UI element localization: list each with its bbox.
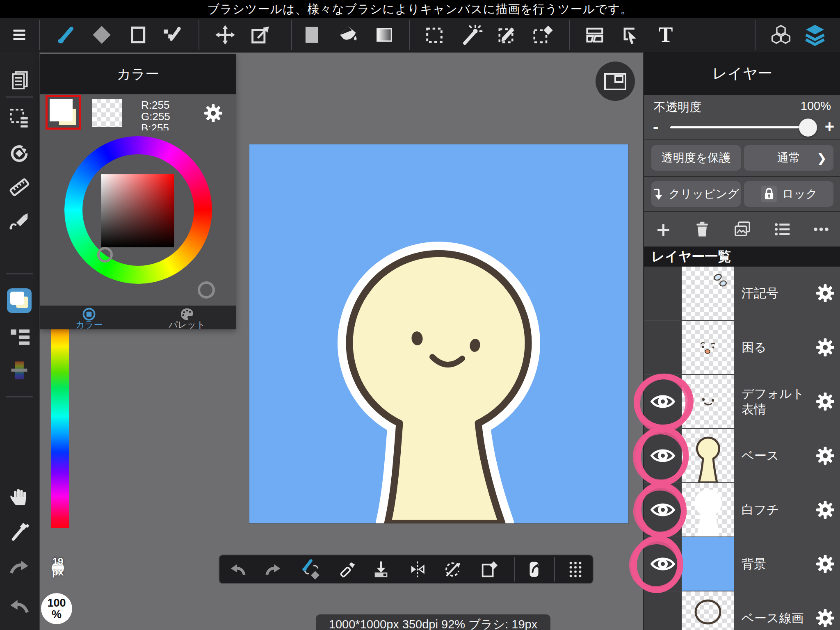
trash-icon (693, 220, 711, 238)
layer-settings-gear-icon[interactable] (815, 392, 835, 411)
layer-row-troubled[interactable]: 困る (644, 321, 840, 376)
panel-layout-icon[interactable] (582, 22, 608, 48)
zoom-level-badge[interactable]: 100 % (41, 593, 72, 624)
brush-size-indicator[interactable]: 19 px (44, 556, 71, 582)
pen-eyedropper-button[interactable] (336, 558, 358, 581)
blend-mode-button[interactable]: 通常 ❯ (744, 145, 833, 171)
grid-dots-button[interactable] (564, 558, 587, 581)
hue-selector[interactable] (198, 281, 215, 299)
duplicate-layer-button[interactable] (729, 216, 756, 242)
color-chooser-button[interactable] (6, 288, 32, 314)
vector-pen-icon[interactable] (159, 22, 185, 48)
add-layer-button[interactable]: ＋ (650, 216, 676, 242)
brush-tool-icon[interactable] (53, 22, 79, 48)
layer-list-view-button[interactable] (769, 216, 795, 242)
toolbar-divider (39, 20, 40, 50)
layer-settings-gear-icon[interactable] (815, 554, 835, 574)
visibility-cell[interactable] (644, 321, 682, 374)
select-pen-icon[interactable] (495, 22, 521, 48)
visibility-cell[interactable] (644, 537, 682, 591)
ruler-icon[interactable] (6, 174, 32, 200)
lock-button[interactable]: ロック (744, 181, 833, 207)
visibility-cell[interactable] (644, 591, 682, 630)
eraser-tool-icon[interactable] (89, 22, 115, 48)
layer-row-background[interactable]: 背景 (644, 537, 840, 592)
hand-tool-icon[interactable] (6, 484, 32, 510)
layer-settings-gear-icon[interactable] (815, 446, 835, 466)
select-rect-icon[interactable] (421, 22, 447, 48)
foreground-background-swatch[interactable] (46, 95, 81, 130)
visibility-cell[interactable] (644, 483, 682, 536)
layer-row-base-lineart[interactable]: ベース線画 (644, 591, 840, 630)
layer-settings-gear-icon[interactable] (815, 500, 835, 520)
list-icon (773, 220, 792, 239)
undo-icon[interactable] (6, 594, 32, 620)
layer-row-sweat[interactable]: 汗記号 (644, 267, 840, 322)
layers-panel-icon[interactable] (802, 22, 828, 48)
magic-wand-icon[interactable] (459, 22, 485, 48)
layer-row-default-face[interactable]: デフォルト表情 (644, 375, 840, 430)
layer-settings-gear-icon[interactable] (815, 338, 835, 357)
opacity-slider-track[interactable] (670, 126, 815, 128)
undo-button[interactable] (226, 558, 249, 581)
drawing-canvas[interactable] (249, 144, 628, 523)
layer-list-icon[interactable] (6, 323, 32, 349)
layer-settings-gear-icon[interactable] (815, 608, 835, 628)
visibility-cell[interactable] (644, 429, 682, 482)
color-panel-title: カラー (40, 54, 236, 94)
gradient-slider-icon[interactable] (6, 357, 32, 383)
shape-tool-icon[interactable] (125, 22, 151, 48)
layer-thumbnail (682, 375, 734, 428)
saturation-value-square[interactable] (101, 174, 174, 247)
move-tool-icon[interactable] (212, 22, 238, 48)
toolbar-divider (554, 557, 555, 582)
select-cursor-icon[interactable] (617, 22, 643, 48)
chevron-right-icon: ❯ (817, 151, 827, 165)
protect-alpha-button[interactable]: 透明度を保護 (651, 145, 741, 171)
opacity-increase-button[interactable]: + (825, 118, 834, 135)
export-share-button[interactable] (523, 558, 546, 581)
flip-horizontal-button[interactable] (406, 558, 429, 581)
bucket-tool-icon[interactable] (334, 22, 361, 48)
hue-strip[interactable] (51, 328, 69, 528)
tab-palette[interactable]: パレット (138, 306, 236, 329)
delete-layer-button[interactable] (689, 216, 715, 242)
fill-color-swatch[interactable] (299, 22, 325, 48)
selection-options-icon[interactable] (6, 105, 32, 131)
redo-button[interactable] (262, 558, 285, 581)
more-options-button[interactable] (808, 216, 834, 242)
visibility-cell[interactable] (644, 375, 682, 428)
color-settings-gear-icon[interactable] (203, 103, 223, 123)
reset-rotation-button[interactable] (441, 558, 464, 581)
menu-icon[interactable] (6, 22, 32, 48)
gradient-tool-icon[interactable] (371, 22, 397, 48)
tab-color[interactable]: カラー (40, 306, 138, 329)
transform-tool-icon[interactable] (247, 22, 273, 48)
save-button[interactable] (370, 558, 393, 581)
sv-selector[interactable] (97, 247, 113, 262)
text-tool-icon[interactable]: T (653, 22, 679, 48)
rgb-readout: R:255 G:255 B:255 (141, 99, 170, 134)
redo-icon[interactable] (6, 555, 32, 581)
rotate-canvas-icon[interactable] (6, 140, 32, 167)
brush-eraser-swap-button[interactable] (299, 558, 322, 581)
eyedropper-icon[interactable] (6, 519, 32, 546)
visibility-cell[interactable] (644, 267, 682, 320)
opacity-decrease-button[interactable]: - (653, 118, 658, 135)
zoom-value: 100 (47, 597, 66, 609)
clipping-button[interactable]: クリッピング (651, 181, 741, 207)
layer-name: デフォルト表情 (742, 375, 810, 428)
clear-layer-button[interactable] (477, 558, 500, 581)
layer-row-white-border[interactable]: 白フチ (644, 483, 840, 538)
layer-thumbnail (682, 267, 734, 320)
material-3d-icon[interactable] (768, 22, 794, 48)
opacity-slider-thumb[interactable] (799, 119, 817, 137)
eye-visible-icon (650, 392, 676, 411)
deco-brush-icon[interactable] (6, 208, 32, 234)
layer-settings-gear-icon[interactable] (815, 283, 835, 303)
deselect-icon[interactable] (530, 22, 556, 48)
transparent-color-swatch[interactable] (92, 99, 122, 127)
pages-icon[interactable] (6, 67, 32, 93)
layer-row-base[interactable]: ベース (644, 429, 840, 484)
navigator-button[interactable] (596, 62, 635, 101)
